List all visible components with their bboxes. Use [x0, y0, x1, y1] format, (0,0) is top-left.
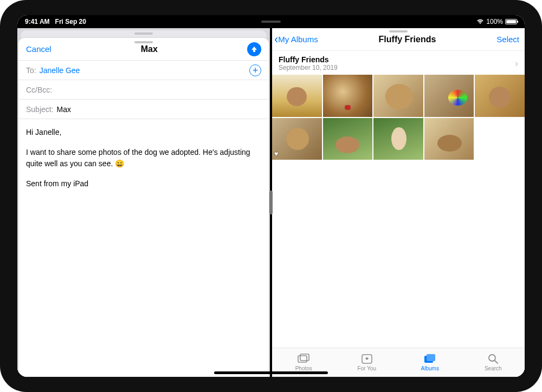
signature: Sent from my iPad [26, 178, 261, 190]
album-date: September 10, 2019 [279, 64, 338, 71]
cc-bcc-field[interactable]: Cc/Bcc: [18, 80, 269, 100]
photo-thumb[interactable] [373, 118, 423, 160]
photos-pane: ‹ My Albums Fluffy Friends Select Fluffy… [272, 28, 525, 377]
to-value[interactable]: Janelle Gee [40, 66, 80, 75]
select-button[interactable]: Select [496, 35, 519, 44]
back-label: My Albums [278, 35, 318, 44]
message-body[interactable]: Hi Janelle, I want to share some photos … [18, 119, 269, 206]
back-button[interactable]: ‹ My Albums [274, 34, 318, 45]
cc-bcc-label: Cc/Bcc: [26, 86, 52, 94]
compose-sheet[interactable]: Cancel Max To: Janelle Gee + [18, 38, 269, 377]
ipad-device-frame: 9:41 AM Fri Sep 20 100% Cancel [0, 0, 542, 392]
status-date: Fri Sep 20 [55, 18, 86, 25]
svg-rect-4 [427, 354, 435, 361]
arrow-up-icon [250, 45, 258, 53]
compose-grabber-icon[interactable] [134, 41, 153, 43]
photo-thumb[interactable] [323, 75, 373, 117]
photo-thumb[interactable]: ♥ [272, 118, 322, 160]
favorite-heart-icon: ♥ [274, 150, 278, 158]
photo-thumb[interactable] [424, 118, 474, 160]
add-contact-button[interactable]: + [249, 64, 261, 76]
photo-grid: ♥ [272, 75, 525, 161]
split-view: Cancel Max To: Janelle Gee + [17, 28, 525, 377]
nav-title: Fluffy Friends [379, 35, 436, 44]
tab-search[interactable]: Search [462, 348, 525, 377]
subject-value[interactable]: Max [57, 105, 71, 114]
tab-label: Albums [421, 365, 439, 371]
svg-rect-1 [300, 354, 309, 361]
svg-line-6 [495, 361, 498, 363]
wifi-icon [476, 19, 484, 24]
status-time: 9:41 AM [25, 18, 50, 25]
photo-thumb[interactable] [424, 75, 474, 117]
subject-label: Subject: [26, 105, 54, 114]
for-you-tab-icon [361, 354, 373, 364]
body-paragraph: I want to share some photos of the dog w… [26, 147, 261, 169]
photo-thumb[interactable] [323, 118, 373, 160]
svg-rect-0 [298, 356, 307, 362]
sheet-grabber-icon [134, 32, 153, 35]
chevron-left-icon: ‹ [274, 34, 278, 45]
svg-point-5 [489, 355, 495, 361]
tab-label: For You [358, 365, 376, 371]
to-label: To: [26, 66, 36, 75]
to-field[interactable]: To: Janelle Gee + [18, 61, 269, 80]
chevron-right-icon: › [515, 58, 518, 69]
albums-tab-icon [423, 354, 436, 364]
battery-icon [505, 19, 517, 24]
tab-for-you[interactable]: For You [335, 348, 399, 377]
subject-field[interactable]: Subject: Max [18, 100, 269, 119]
split-view-divider[interactable] [270, 28, 272, 377]
tab-label: Search [485, 365, 502, 371]
photo-thumb[interactable] [373, 75, 423, 117]
photos-tab-icon [297, 354, 310, 364]
photo-thumb[interactable] [272, 75, 322, 117]
album-name: Fluffy Friends [279, 55, 338, 64]
cancel-button[interactable]: Cancel [26, 44, 51, 54]
photo-thumb[interactable] [475, 75, 525, 117]
tab-label: Photos [295, 365, 312, 371]
underlying-sheet [21, 30, 267, 38]
tab-albums[interactable]: Albums [398, 348, 462, 377]
search-tab-icon [487, 354, 499, 364]
compose-title: Max [141, 44, 158, 54]
battery-percent: 100% [486, 18, 503, 25]
album-header[interactable]: Fluffy Friends September 10, 2019 › [272, 51, 525, 75]
split-handle-icon[interactable] [269, 191, 273, 214]
plus-icon: + [253, 66, 259, 75]
photos-multitask-grabber-icon[interactable] [389, 30, 408, 32]
status-bar: 9:41 AM Fri Sep 20 100% [17, 15, 525, 28]
multitask-grabber-icon[interactable] [261, 21, 281, 23]
status-right: 100% [476, 18, 517, 25]
screen: 9:41 AM Fri Sep 20 100% Cancel [17, 15, 525, 377]
body-greeting: Hi Janelle, [26, 127, 261, 138]
send-button[interactable] [247, 42, 261, 56]
mail-pane: Cancel Max To: Janelle Gee + [17, 28, 270, 377]
